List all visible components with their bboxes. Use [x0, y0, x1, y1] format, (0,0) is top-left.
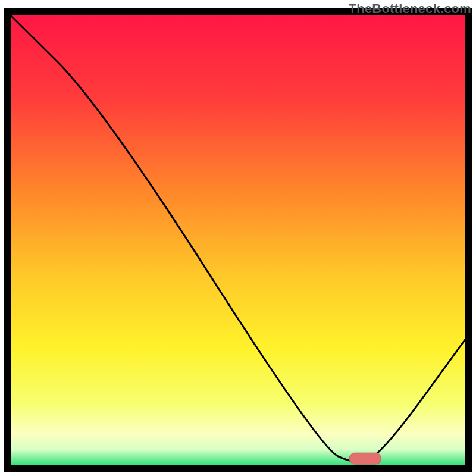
bottleneck-chart [0, 0, 476, 476]
chart-figure: TheBottleneck.com [0, 0, 476, 476]
watermark-text: TheBottleneck.com [349, 1, 471, 17]
plot-background [11, 15, 465, 465]
optimum-marker [349, 453, 381, 464]
